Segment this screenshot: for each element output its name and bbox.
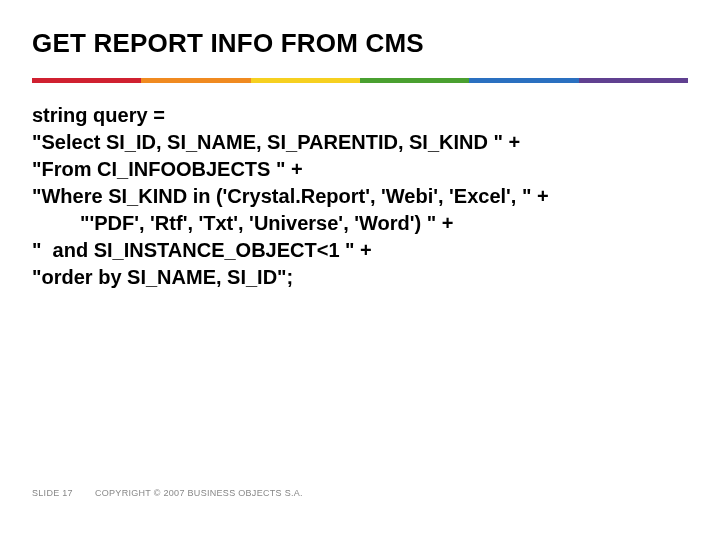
slide: GET REPORT INFO FROM CMS string query = … <box>0 0 720 540</box>
code-line: "'PDF', 'Rtf', 'Txt', 'Universe', 'Word'… <box>32 210 688 237</box>
slide-title: GET REPORT INFO FROM CMS <box>32 28 424 59</box>
code-line: "Where SI_KIND in ('Crystal.Report', 'We… <box>32 183 688 210</box>
rainbow-divider <box>32 78 688 83</box>
code-line: "From CI_INFOOBJECTS " + <box>32 156 688 183</box>
divider-stripe-yellow <box>251 78 360 83</box>
code-line: string query = <box>32 102 688 129</box>
divider-stripe-red <box>32 78 141 83</box>
divider-stripe-orange <box>141 78 250 83</box>
divider-stripe-green <box>360 78 469 83</box>
code-line: "order by SI_NAME, SI_ID"; <box>32 264 688 291</box>
divider-stripe-purple <box>579 78 688 83</box>
copyright-text: COPYRIGHT © 2007 BUSINESS OBJECTS S.A. <box>95 488 303 498</box>
code-line: " and SI_INSTANCE_OBJECT<1 " + <box>32 237 688 264</box>
slide-footer: SLIDE 17 COPYRIGHT © 2007 BUSINESS OBJEC… <box>32 488 303 498</box>
code-block: string query = "Select SI_ID, SI_NAME, S… <box>32 102 688 291</box>
divider-stripe-blue <box>469 78 578 83</box>
slide-number: SLIDE 17 <box>32 488 73 498</box>
code-line: "Select SI_ID, SI_NAME, SI_PARENTID, SI_… <box>32 129 688 156</box>
